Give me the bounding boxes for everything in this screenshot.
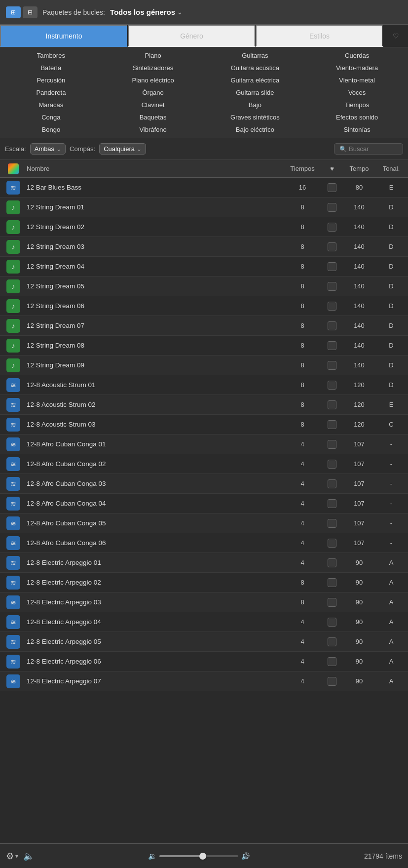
speaker-button[interactable]: 🔈 — [23, 851, 34, 862]
table-row[interactable]: ≋ 12-8 Afro Cuban Conga 06 4 107 - — [0, 533, 408, 553]
table-row[interactable]: ≋ 12-8 Electric Arpeggio 04 4 90 A — [0, 612, 408, 632]
genre-dropdown[interactable]: Todos los géneros ⌄ — [110, 8, 182, 16]
row-favorite[interactable] — [322, 618, 342, 627]
table-row[interactable]: ♪ 12 String Dream 03 8 140 D — [0, 237, 408, 257]
th-fav[interactable]: ♥ — [322, 165, 342, 172]
favorite-checkbox[interactable] — [328, 578, 336, 587]
row-favorite[interactable] — [322, 262, 342, 271]
row-favorite[interactable] — [322, 519, 342, 528]
favorite-checkbox[interactable] — [328, 558, 336, 567]
favorite-checkbox[interactable] — [328, 657, 336, 666]
th-tempo[interactable]: Tempo — [342, 165, 376, 172]
table-row[interactable]: ♪ 12 String Dream 01 8 140 D — [0, 197, 408, 217]
table-row[interactable]: ≋ 12 Bar Blues Bass 16 80 E — [0, 178, 408, 197]
favorite-checkbox[interactable] — [328, 479, 336, 488]
category-cell[interactable]: Viento-madera — [306, 62, 408, 74]
favorite-checkbox[interactable] — [328, 440, 336, 449]
favorite-checkbox[interactable] — [328, 539, 336, 548]
row-favorite[interactable] — [322, 223, 342, 232]
favorite-checkbox[interactable] — [328, 400, 336, 409]
table-row[interactable]: ≋ 12-8 Electric Arpeggio 01 4 90 A — [0, 553, 408, 573]
search-box[interactable]: 🔍 Buscar — [334, 143, 403, 155]
row-favorite[interactable] — [322, 637, 342, 646]
escala-dropdown[interactable]: Ambas ⌄ — [30, 143, 66, 155]
th-nombre[interactable]: Nombre — [25, 165, 283, 172]
category-cell[interactable]: Guitarra slide — [204, 86, 306, 99]
favorite-checkbox[interactable] — [328, 420, 336, 429]
category-cell[interactable]: Bongo — [0, 123, 102, 136]
row-favorite[interactable] — [322, 282, 342, 291]
category-cell[interactable]: Efectos sonido — [306, 111, 408, 123]
tab-genero[interactable]: Género — [128, 25, 256, 47]
compas-dropdown[interactable]: Cualquiera ⌄ — [99, 143, 146, 155]
list-view-button[interactable]: ⊟ — [23, 6, 37, 18]
row-favorite[interactable] — [322, 479, 342, 488]
category-cell[interactable]: Bajo eléctrico — [204, 123, 306, 136]
table-row[interactable]: ≋ 12-8 Electric Arpeggio 07 4 90 A — [0, 671, 408, 691]
category-cell[interactable]: Sintonías — [306, 123, 408, 136]
favorites-tab[interactable]: ♡ — [383, 25, 408, 47]
category-cell[interactable]: Maracas — [0, 99, 102, 111]
favorite-checkbox[interactable] — [328, 381, 336, 390]
category-cell[interactable]: Graves sintéticos — [204, 111, 306, 123]
favorite-checkbox[interactable] — [328, 203, 336, 212]
favorite-checkbox[interactable] — [328, 302, 336, 311]
row-favorite[interactable] — [322, 420, 342, 429]
category-cell[interactable]: Cuerdas — [306, 49, 408, 62]
table-row[interactable]: ≋ 12-8 Acoustic Strum 03 8 120 C — [0, 415, 408, 434]
favorite-checkbox[interactable] — [328, 519, 336, 528]
category-cell[interactable]: Percusión — [0, 74, 102, 86]
row-favorite[interactable] — [322, 440, 342, 449]
row-favorite[interactable] — [322, 381, 342, 390]
row-favorite[interactable] — [322, 578, 342, 587]
row-favorite[interactable] — [322, 302, 342, 311]
category-cell[interactable]: Tambores — [0, 49, 102, 62]
category-cell[interactable]: Voces — [306, 86, 408, 99]
row-favorite[interactable] — [322, 460, 342, 469]
category-cell[interactable]: Bajo — [204, 99, 306, 111]
favorite-checkbox[interactable] — [328, 282, 336, 291]
table-row[interactable]: ≋ 12-8 Afro Cuban Conga 03 4 107 - — [0, 474, 408, 494]
table-row[interactable]: ♪ 12 String Dream 07 8 140 D — [0, 316, 408, 336]
category-cell[interactable]: Baquetas — [102, 111, 204, 123]
favorite-checkbox[interactable] — [328, 618, 336, 627]
favorite-checkbox[interactable] — [328, 321, 336, 330]
favorite-checkbox[interactable] — [328, 499, 336, 508]
favorite-checkbox[interactable] — [328, 460, 336, 469]
row-favorite[interactable] — [322, 598, 342, 607]
category-cell[interactable]: Piano — [102, 49, 204, 62]
table-row[interactable]: ≋ 12-8 Electric Arpeggio 05 4 90 A — [0, 632, 408, 652]
row-favorite[interactable] — [322, 400, 342, 409]
table-row[interactable]: ≋ 12-8 Electric Arpeggio 06 4 90 A — [0, 652, 408, 671]
th-tiempos[interactable]: Tiempos — [283, 165, 322, 172]
table-row[interactable]: ♪ 12 String Dream 08 8 140 D — [0, 336, 408, 355]
category-cell[interactable]: Piano eléctrico — [102, 74, 204, 86]
category-cell[interactable]: Clavinet — [102, 99, 204, 111]
row-favorite[interactable] — [322, 203, 342, 212]
table-row[interactable]: ≋ 12-8 Afro Cuban Conga 02 4 107 - — [0, 454, 408, 474]
category-cell[interactable]: Batería — [0, 62, 102, 74]
tab-instrumento[interactable]: Instrumento — [0, 25, 128, 47]
category-cell[interactable]: Guitarra eléctrica — [204, 74, 306, 86]
table-row[interactable]: ≋ 12-8 Acoustic Strum 02 8 120 E — [0, 395, 408, 415]
category-cell[interactable]: Guitarras — [204, 49, 306, 62]
favorite-checkbox[interactable] — [328, 598, 336, 607]
grid-view-button[interactable]: ⊞ — [6, 6, 21, 18]
category-cell[interactable]: Viento-metal — [306, 74, 408, 86]
favorite-checkbox[interactable] — [328, 242, 336, 251]
volume-slider[interactable] — [159, 855, 238, 857]
table-row[interactable]: ≋ 12-8 Afro Cuban Conga 05 4 107 - — [0, 513, 408, 533]
table-row[interactable]: ≋ 12-8 Electric Arpeggio 03 8 90 A — [0, 592, 408, 612]
table-row[interactable]: ♪ 12 String Dream 02 8 140 D — [0, 217, 408, 237]
favorite-checkbox[interactable] — [328, 183, 336, 192]
row-favorite[interactable] — [322, 242, 342, 251]
category-cell[interactable]: Guitarra acústica — [204, 62, 306, 74]
favorite-checkbox[interactable] — [328, 637, 336, 646]
th-tonal[interactable]: Tonal. — [376, 165, 406, 172]
category-cell[interactable]: Órgano — [102, 86, 204, 99]
favorite-checkbox[interactable] — [328, 262, 336, 271]
table-row[interactable]: ≋ 12-8 Electric Arpeggio 02 8 90 A — [0, 573, 408, 592]
row-favorite[interactable] — [322, 657, 342, 666]
category-cell[interactable]: Conga — [0, 111, 102, 123]
category-cell[interactable]: Pandereta — [0, 86, 102, 99]
